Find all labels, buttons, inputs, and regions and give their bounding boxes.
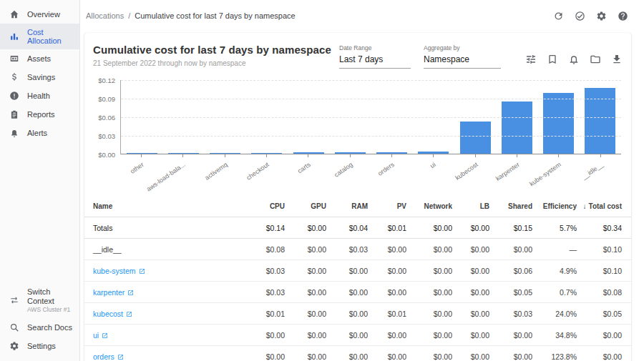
sidebar-item-savings[interactable]: Savings — [0, 68, 79, 86]
aggregate-by-value[interactable]: Namespace — [424, 51, 501, 69]
sidebar-footer-item-search-docs[interactable]: Search Docs — [0, 318, 79, 337]
x-axis-tick-label: other — [129, 161, 145, 175]
y-axis-tick-label: $0.06 — [98, 114, 115, 122]
bar-kube-system[interactable] — [543, 93, 574, 154]
cell-ram: $0.00 — [326, 260, 368, 282]
sidebar-item-assets[interactable]: Assets — [0, 49, 79, 68]
report-action-icons — [525, 54, 623, 65]
namespace-link[interactable]: ui — [93, 331, 99, 340]
report-titles: Cumulative cost for last 7 days by names… — [93, 44, 339, 67]
refresh-icon[interactable] — [553, 11, 564, 21]
x-axis-slot: kube-system — [537, 154, 579, 184]
external-link-icon — [139, 267, 145, 274]
column-header-ram[interactable]: RAM — [326, 196, 368, 217]
bar-other[interactable] — [127, 153, 157, 154]
sidebar-item-label: Alerts — [27, 129, 47, 137]
tune-icon[interactable] — [525, 54, 537, 65]
cell-network: $0.00 — [406, 260, 452, 282]
x-axis-tick — [600, 154, 601, 157]
cell-lb: $0.00 — [452, 282, 489, 303]
cell-lb: $0.00 — [452, 239, 489, 260]
date-range-select[interactable]: Date Range Last 7 days — [339, 44, 411, 69]
sidebar-footer-item-settings[interactable]: Settings — [0, 337, 79, 355]
health-icon — [9, 91, 19, 101]
cell-cpu: $0.00 — [243, 325, 285, 346]
cell-network: $0.00 — [406, 217, 452, 239]
aggregate-by-label: Aggregate by — [424, 44, 501, 51]
bar-karpenter[interactable] — [502, 102, 532, 154]
allocation-report-card: Cumulative cost for last 7 days by names… — [84, 33, 631, 361]
sidebar-item-alerts[interactable]: Alerts — [0, 124, 79, 142]
column-header-pv[interactable]: PV — [368, 196, 406, 217]
x-axis-slot: ui — [412, 154, 454, 184]
x-axis-tick-label: catalog — [333, 161, 354, 179]
bar-idle[interactable] — [585, 88, 615, 154]
column-header-shared[interactable]: Shared — [489, 196, 532, 217]
x-axis-slot: carts — [287, 154, 328, 184]
cell-total-cost: $0.10 — [577, 260, 631, 282]
sidebar: OverviewCost AllocationAssetsSavingsHeal… — [0, 0, 80, 361]
cell-efficiency: 4.9% — [532, 260, 577, 282]
x-axis-tick-label: karpenter — [494, 161, 521, 182]
chart-plot-area — [120, 80, 621, 154]
bookmark-icon[interactable] — [547, 54, 558, 65]
cell-network: $0.00 — [406, 303, 452, 325]
bar-checkout[interactable] — [251, 153, 282, 154]
sidebar-item-cost-allocation[interactable]: Cost Allocation — [0, 24, 79, 49]
help-icon[interactable] — [618, 11, 628, 21]
bar-activemq[interactable] — [210, 153, 240, 154]
bar-ui[interactable] — [418, 152, 449, 154]
x-axis-slot: orders — [371, 154, 412, 184]
column-header-name[interactable]: Name — [84, 196, 243, 217]
breadcrumb-separator: / — [128, 11, 130, 20]
breadcrumb: Allocations / Cumulative cost for last 7… — [86, 11, 296, 20]
bar-orders[interactable] — [376, 152, 407, 154]
cell-shared: $0.06 — [489, 260, 532, 282]
namespace-link[interactable]: karpenter — [93, 288, 125, 297]
column-header-cpu[interactable]: CPU — [243, 196, 285, 217]
cell-efficiency: 123.8% — [532, 346, 577, 361]
column-header-total-cost[interactable]: ↓Total cost — [577, 196, 631, 217]
bar-aws-load-bala[interactable] — [168, 153, 199, 154]
check-circle-icon[interactable] — [575, 11, 585, 21]
bar-catalog[interactable] — [335, 152, 366, 154]
column-header-network[interactable]: Network — [406, 196, 452, 217]
table-row-kubecost: kubecost$0.01$0.00$0.00$0.01$0.00$0.00$0… — [84, 303, 631, 325]
table-row-ui: ui$0.00$0.00$0.00$0.00$0.00$0.00$0.0034.… — [84, 325, 631, 346]
namespace-link[interactable]: kubecost — [93, 310, 123, 318]
cell-gpu: $0.00 — [285, 303, 326, 325]
topbar-icons — [553, 11, 628, 21]
date-range-value[interactable]: Last 7 days — [339, 51, 411, 69]
download-icon[interactable] — [611, 54, 623, 65]
column-header-gpu[interactable]: GPU — [285, 196, 326, 217]
namespace-link[interactable]: orders — [93, 352, 114, 361]
settings-icon[interactable] — [596, 11, 607, 21]
column-header-lb[interactable]: LB — [452, 196, 489, 217]
cell-total-cost: $0.08 — [577, 282, 631, 303]
folder-icon[interactable] — [590, 54, 601, 65]
cell-name: orders — [84, 346, 243, 361]
sidebar-footer-item-switch-context[interactable]: Switch ContextAWS Cluster #1 — [0, 283, 79, 318]
cell-ram: $0.03 — [326, 239, 368, 260]
sidebar-item-reports[interactable]: Reports — [0, 105, 79, 124]
bar-kubecost[interactable] — [460, 122, 491, 154]
bell-icon[interactable] — [568, 54, 580, 65]
sidebar-footer-label: Settings — [27, 342, 56, 351]
cell-gpu: $0.00 — [285, 282, 326, 303]
column-header-efficiency[interactable]: Efficiency — [532, 196, 577, 217]
sidebar-item-overview[interactable]: Overview — [0, 5, 79, 24]
cell-cpu: $0.14 — [243, 217, 285, 239]
sidebar-item-label: Reports — [27, 110, 55, 119]
external-link-icon — [117, 353, 124, 360]
x-axis-tick — [558, 154, 559, 157]
cell-lb: $0.00 — [452, 346, 489, 361]
topbar: Allocations / Cumulative cost for last 7… — [80, 0, 644, 31]
bar-carts[interactable] — [293, 152, 324, 154]
breadcrumb-root[interactable]: Allocations — [86, 11, 124, 20]
cell-pv: $0.00 — [368, 239, 406, 260]
cell-efficiency: 34.8% — [532, 325, 577, 346]
cell-ram: $0.00 — [326, 325, 368, 346]
aggregate-by-select[interactable]: Aggregate by Namespace — [424, 44, 501, 69]
sidebar-item-health[interactable]: Health — [0, 86, 79, 105]
namespace-link[interactable]: kube-system — [93, 267, 136, 275]
